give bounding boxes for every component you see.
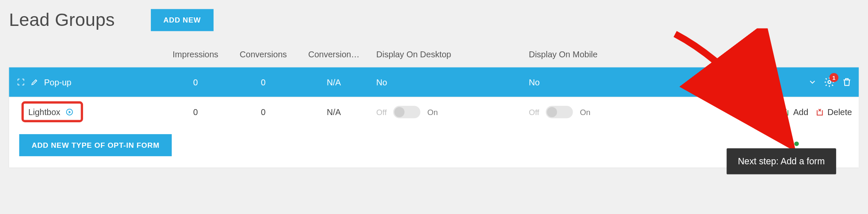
svg-point-0 xyxy=(828,81,831,84)
page-title: Lead Groups xyxy=(9,10,115,31)
play-circle-icon[interactable] xyxy=(65,107,74,116)
mobile-toggle[interactable] xyxy=(546,106,573,118)
group-display-mobile: No xyxy=(523,77,676,87)
next-step-tooltip: Next step: Add a form xyxy=(726,148,836,174)
trash-icon[interactable] xyxy=(842,77,852,87)
col-display-mobile: Display On Mobile xyxy=(523,49,676,59)
edit-icon[interactable] xyxy=(31,78,39,86)
desktop-toggle[interactable] xyxy=(393,106,420,118)
expand-icon[interactable] xyxy=(17,78,25,86)
group-impressions: 0 xyxy=(161,77,229,87)
add-new-button[interactable]: ADD NEW xyxy=(151,9,213,31)
col-display-desktop: Display On Desktop xyxy=(370,49,523,59)
group-name: Pop-up xyxy=(44,77,71,87)
col-conversion-rate: Conversion… xyxy=(297,49,370,59)
form-conversions: 0 xyxy=(229,107,297,117)
add-button[interactable]: Add xyxy=(781,107,808,117)
col-impressions: Impressions xyxy=(161,49,229,59)
group-conversion-rate: N/A xyxy=(297,77,370,87)
col-conversions: Conversions xyxy=(229,49,297,59)
group-conversions: 0 xyxy=(229,77,297,87)
mobile-toggle-off-label: Off xyxy=(529,107,540,116)
group-row[interactable]: Pop-up 0 0 N/A No No 1 xyxy=(9,68,859,97)
add-button-label: Add xyxy=(793,107,808,117)
highlight-annotation: Lightbox xyxy=(22,101,83,122)
delete-button[interactable]: Delete xyxy=(815,107,852,117)
desktop-toggle-off-label: Off xyxy=(376,107,387,116)
group-display-desktop: No xyxy=(370,77,523,87)
columns-header: Impressions Conversions Conversion… Disp… xyxy=(9,40,859,68)
settings-badge: 1 xyxy=(829,73,838,82)
add-new-form-type-button[interactable]: ADD NEW TYPE OF OPT-IN FORM xyxy=(19,134,172,156)
chevron-down-icon[interactable] xyxy=(808,78,817,87)
form-row: Lightbox 0 0 N/A Off On Off xyxy=(9,97,859,126)
form-conversion-rate: N/A xyxy=(297,107,370,117)
desktop-toggle-on-label: On xyxy=(427,107,438,116)
mobile-toggle-on-label: On xyxy=(580,107,590,116)
form-name[interactable]: Lightbox xyxy=(28,107,61,117)
delete-button-label: Delete xyxy=(827,107,852,117)
form-impressions: 0 xyxy=(161,107,229,117)
